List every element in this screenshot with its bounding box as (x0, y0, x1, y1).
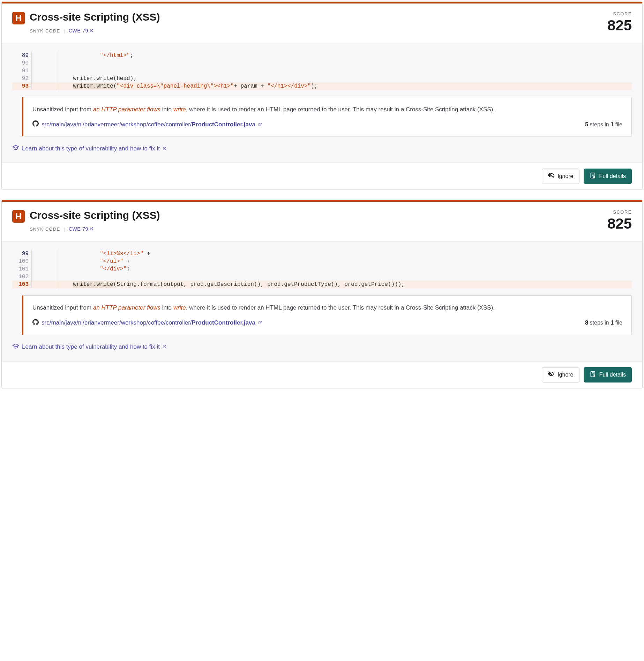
steps-info: 8 steps in 1 file (585, 320, 622, 326)
vulnerability-card: H Cross-site Scripting (XSS) SNYK CODE |… (1, 1, 643, 190)
severity-badge: H (12, 210, 25, 223)
description-box: Unsanitized input from an HTTP parameter… (22, 97, 632, 136)
learn-link[interactable]: Learn about this type of vulnerability a… (12, 343, 166, 351)
description-box: Unsanitized input from an HTTP parameter… (22, 295, 632, 335)
code-text: writer.write(head); (56, 75, 632, 82)
svg-point-1 (593, 176, 594, 178)
cwe-link[interactable]: CWE-79 (69, 226, 93, 232)
code-line: 92 writer.write(head); (12, 75, 632, 82)
svg-point-3 (593, 374, 594, 376)
code-line: 101 "</div>"; (12, 265, 632, 273)
vulnerability-card: H Cross-site Scripting (XSS) SNYK CODE |… (1, 200, 643, 388)
line-number: 93 (12, 82, 32, 90)
description-text: Unsanitized input from an HTTP parameter… (32, 303, 622, 312)
score-block: SCORE 825 (607, 11, 632, 34)
learn-link[interactable]: Learn about this type of vulnerability a… (12, 144, 166, 153)
code-line: 99 "<li>%s</li>" + (12, 250, 632, 258)
line-number: 99 (12, 250, 32, 258)
severity-badge: H (12, 12, 25, 24)
full-details-button[interactable]: Full details (584, 367, 632, 383)
code-text: "</div>"; (56, 265, 632, 273)
code-text (56, 67, 632, 75)
code-block: 99 "<li>%s</li>" + 100 "</ul>" + 101 "</… (12, 250, 632, 288)
score-label: SCORE (607, 11, 632, 16)
cwe-link[interactable]: CWE-79 (69, 28, 93, 34)
github-icon (32, 120, 39, 128)
steps-info: 5 steps in 1 file (585, 121, 622, 128)
line-number: 89 (12, 52, 32, 59)
description-text: Unsanitized input from an HTTP parameter… (32, 105, 622, 114)
code-line: 100 "</ul>" + (12, 258, 632, 265)
code-line: 102 (12, 273, 632, 281)
github-icon (32, 319, 39, 327)
ignore-button[interactable]: Ignore (542, 367, 579, 383)
line-number: 103 (12, 281, 32, 288)
learn-icon (12, 144, 19, 153)
code-text: "<li>%s</li>" + (56, 250, 632, 258)
external-link-icon (258, 319, 262, 326)
external-link-icon (163, 145, 166, 152)
code-line: 93 writer.write("<div class=\"panel-head… (12, 82, 632, 90)
ignore-button[interactable]: Ignore (542, 169, 579, 184)
code-text: "</ul>" + (56, 258, 632, 265)
file-link[interactable]: src/main/java/nl/brianvermeer/workshop/c… (32, 120, 262, 128)
card-body: 99 "<li>%s</li>" + 100 "</ul>" + 101 "</… (2, 241, 642, 361)
learn-icon (12, 343, 19, 351)
code-line: 91 (12, 67, 632, 75)
code-text: "</html>"; (56, 52, 632, 59)
score-block: SCORE 825 (607, 209, 632, 232)
code-line: 103 writer.write(String.format(output, p… (12, 281, 632, 288)
full-details-button[interactable]: Full details (584, 169, 632, 184)
document-search-icon (590, 371, 597, 379)
eye-off-icon (548, 172, 555, 180)
code-text (56, 59, 632, 67)
line-number: 100 (12, 258, 32, 265)
line-number: 101 (12, 265, 32, 273)
card-header: H Cross-site Scripting (XSS) SNYK CODE |… (2, 3, 642, 43)
code-text: writer.write("<div class=\"panel-heading… (56, 82, 632, 90)
code-block: 89 "</html>"; 90 91 92 writer.write(head… (12, 52, 632, 90)
code-text (56, 273, 632, 281)
code-line: 89 "</html>"; (12, 52, 632, 59)
eye-off-icon (548, 371, 555, 379)
external-link-icon (90, 28, 93, 34)
vulnerability-title: Cross-site Scripting (XSS) (30, 11, 160, 23)
score-value: 825 (607, 17, 632, 34)
external-link-icon (258, 121, 262, 128)
score-label: SCORE (607, 209, 632, 215)
line-number: 91 (12, 67, 32, 75)
line-number: 102 (12, 273, 32, 281)
score-value: 825 (607, 215, 632, 232)
external-link-icon (90, 226, 93, 232)
vulnerability-title: Cross-site Scripting (XSS) (30, 209, 160, 221)
source-label: SNYK CODE (30, 226, 60, 232)
line-number: 92 (12, 75, 32, 82)
document-search-icon (590, 172, 597, 180)
code-line: 90 (12, 59, 632, 67)
card-header: H Cross-site Scripting (XSS) SNYK CODE |… (2, 202, 642, 241)
line-number: 90 (12, 59, 32, 67)
card-body: 89 "</html>"; 90 91 92 writer.write(head… (2, 43, 642, 163)
file-link[interactable]: src/main/java/nl/brianvermeer/workshop/c… (32, 319, 262, 327)
external-link-icon (163, 343, 166, 350)
card-footer: Ignore Full details (2, 362, 642, 388)
card-footer: Ignore Full details (2, 163, 642, 190)
code-text: writer.write(String.format(output, prod.… (56, 281, 632, 288)
source-label: SNYK CODE (30, 28, 60, 34)
